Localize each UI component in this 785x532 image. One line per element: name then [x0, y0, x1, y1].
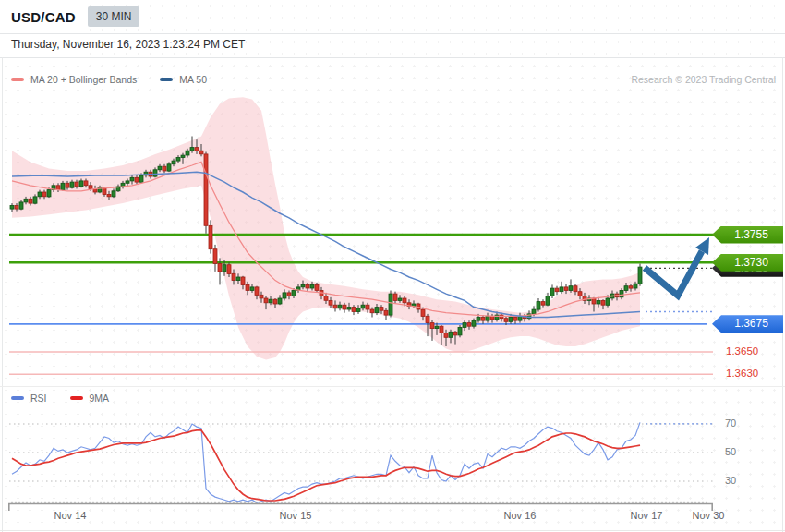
rsi-line: [12, 422, 640, 502]
bottom-border: [0, 530, 785, 531]
pane-divider: [0, 386, 785, 387]
x-axis-ruler: [8, 502, 713, 511]
chart-canvas[interactable]: [0, 0, 785, 532]
forecast-up-arrow: [645, 251, 702, 296]
right-pane-border: [782, 57, 783, 532]
left-pane-border: [2, 57, 3, 532]
trading-central-chart-window: USD/CAD 30 MIN Thursday, November 16, 20…: [0, 0, 785, 532]
rsi-ma9-line: [12, 430, 640, 501]
bollinger-band-area: [12, 97, 640, 359]
